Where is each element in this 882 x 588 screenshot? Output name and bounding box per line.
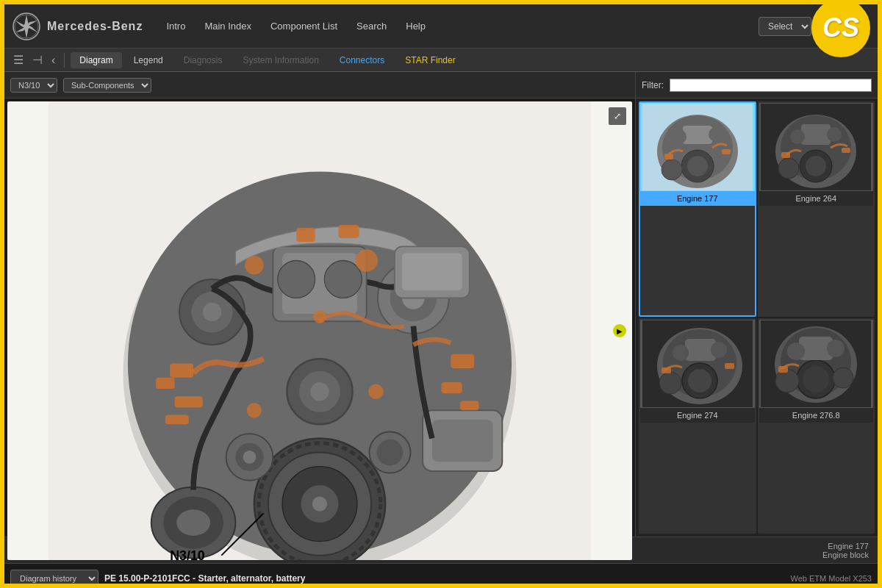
thumb-image-177 [640,103,755,191]
engine-diagram-svg: N3/10 [7,101,632,560]
thumbnail-engine-274[interactable]: Engine 274 [639,318,756,534]
svg-point-42 [355,249,378,272]
diagram-image-area: N3/10 ⤢ ▶ [7,101,632,560]
svg-rect-90 [662,368,671,373]
svg-rect-41 [338,225,359,238]
svg-rect-37 [451,354,474,368]
logo-area: Mercedes-Benz [12,12,143,41]
web-etm-label: Web ETM Model X253 [791,574,872,583]
svg-rect-48 [402,253,462,290]
thumbnail-engine-177[interactable]: Engine 177 [639,101,756,317]
nav-intro[interactable]: Intro [157,16,194,36]
component-select[interactable]: N3/10 [10,78,57,93]
svg-rect-79 [781,152,790,158]
tab-diagram[interactable]: Diagram [71,52,121,68]
tab-star-finder[interactable]: STAR Finder [396,52,464,68]
thumb-label-177: Engine 177 [640,191,755,206]
svg-point-86 [659,372,681,394]
thumb-label-276: Engine 276.8 [759,408,874,423]
thumb-image-276 [759,320,874,408]
svg-point-44 [368,384,383,399]
svg-point-56 [377,440,404,466]
svg-marker-5 [28,21,37,26]
svg-rect-35 [175,396,203,407]
thumbnail-engine-264[interactable]: Engine 264 [758,101,875,317]
svg-point-20 [176,509,210,536]
diagram-panel: N3/10 Sub-Components [4,72,635,537]
bottom-bar: Diagram history PE 15.00-P-2101FCC - Sta… [4,563,878,588]
cs-logo: CS [811,0,870,57]
svg-point-75 [778,158,799,179]
svg-rect-80 [842,148,850,153]
nav-arrow-right[interactable]: ▶ [613,324,626,337]
svg-point-31 [278,260,315,298]
svg-point-89 [711,342,727,358]
svg-point-88 [673,345,689,361]
svg-point-78 [827,127,842,142]
nav-component-list[interactable]: Component List [262,16,346,36]
svg-point-77 [790,129,805,144]
svg-point-54 [243,451,257,464]
thumbnail-engine-276[interactable]: Engine 276.8 [758,318,875,534]
nav-search[interactable]: Search [348,16,395,36]
thumbnail-grid: Engine 177 [636,98,878,537]
tab-connectors[interactable]: Connectors [331,52,393,68]
home-icon[interactable]: ⊣ [29,51,46,68]
menu-icon[interactable]: ☰ [10,51,26,68]
tab-system-info: System Information [234,52,327,68]
svg-marker-7 [29,26,38,32]
svg-point-101 [827,340,845,357]
svg-rect-65 [683,126,712,144]
svg-point-74 [806,156,826,176]
expand-icon[interactable]: ⤢ [609,107,626,125]
svg-point-98 [833,368,853,388]
header: Mercedes-Benz Intro Main Index Component… [4,4,878,49]
brand-name: Mercedes-Benz [47,20,143,33]
sub-components-select[interactable]: Sub-Components [63,78,151,93]
tab-legend[interactable]: Legend [125,52,172,68]
main-content: N3/10 Sub-Components [4,72,878,537]
svg-rect-34 [156,378,174,389]
svg-rect-38 [442,382,462,393]
status-engine: Engine 177 [822,542,869,551]
filter-input[interactable] [670,79,872,92]
nav-help[interactable]: Help [397,16,434,36]
svg-point-96 [803,366,829,392]
filter-label: Filter: [642,80,664,90]
svg-marker-2 [25,15,29,25]
svg-point-63 [687,156,708,176]
mercedes-star-icon [12,12,41,41]
svg-marker-4 [15,27,25,32]
select-dropdown[interactable]: Select [759,17,811,36]
svg-point-32 [324,260,362,298]
svg-point-66 [672,129,686,144]
toolbar-divider [64,53,65,68]
status-block: Engine block [822,551,869,559]
diagram-title: PE 15.00-P-2101FCC - Starter, alternator… [104,573,785,584]
svg-rect-33 [170,364,193,378]
thumbnail-panel: Filter: [635,72,878,537]
svg-point-67 [709,127,723,142]
thumb-image-274 [640,320,755,408]
svg-rect-76 [801,124,831,145]
status-right: Engine 177 Engine block [822,542,869,559]
svg-text:N3/10: N3/10 [170,548,205,560]
svg-point-97 [775,369,799,392]
thumb-label-264: Engine 264 [759,191,874,206]
svg-rect-68 [664,154,673,159]
back-icon[interactable]: ‹ [49,52,58,68]
svg-rect-91 [725,363,734,369]
svg-rect-36 [165,415,189,425]
thumb-label-274: Engine 274 [640,408,755,423]
svg-rect-40 [296,228,315,242]
nav-main-index[interactable]: Main Index [196,16,260,36]
svg-point-16 [312,496,327,511]
header-right: Select [759,17,811,36]
diagram-history-select[interactable]: Diagram history [10,570,98,587]
svg-point-51 [310,382,329,401]
svg-point-85 [688,369,711,392]
svg-point-23 [203,303,221,321]
svg-marker-3 [25,28,29,38]
main-nav: Intro Main Index Component List Search H… [157,16,434,36]
tab-diagnosis: Diagnosis [175,52,232,68]
